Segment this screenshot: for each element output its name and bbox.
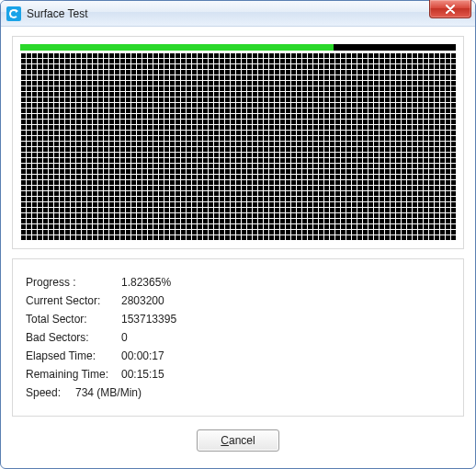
stat-value: 0: [121, 331, 128, 344]
client-area: Progress : 1.82365% Current Sector: 2803…: [1, 27, 475, 463]
stat-speed: Speed: 734 (MB/Min): [26, 386, 450, 399]
stat-total-sector: Total Sector: 153713395: [26, 313, 450, 326]
cancel-rest: ancel: [229, 434, 255, 447]
stat-elapsed-time: Elapsed Time: 00:00:17: [26, 349, 450, 362]
sector-grid: [20, 52, 456, 241]
stat-value: 1.82365%: [121, 276, 171, 289]
stat-value: 00:15:15: [121, 368, 164, 381]
stats-panel: Progress : 1.82365% Current Sector: 2803…: [12, 258, 464, 417]
stat-progress: Progress : 1.82365%: [26, 276, 450, 289]
stat-current-sector: Current Sector: 2803200: [26, 294, 450, 307]
progress-strip-remaining: [334, 44, 456, 51]
stat-label: Speed:: [26, 386, 72, 399]
button-row: Cancel: [12, 429, 464, 452]
sector-map-panel: [12, 36, 464, 249]
stat-label: Total Sector:: [26, 313, 118, 326]
cancel-mnemonic: C: [221, 434, 229, 447]
close-button[interactable]: [429, 0, 471, 18]
progress-strip: [20, 44, 456, 51]
window-title: Surface Test: [27, 7, 87, 20]
progress-strip-done: [20, 44, 334, 51]
stat-value: 734 (MB/Min): [75, 386, 142, 399]
stat-remaining-time: Remaining Time: 00:15:15: [26, 368, 450, 381]
stat-label: Current Sector:: [26, 294, 118, 307]
close-icon: [445, 5, 456, 14]
titlebar: Surface Test: [1, 1, 475, 27]
stat-label: Remaining Time:: [26, 368, 118, 381]
stat-label: Progress :: [26, 276, 118, 289]
surface-test-window: Surface Test Progress : 1.82365% Current…: [0, 0, 476, 469]
stat-bad-sectors: Bad Sectors: 0: [26, 331, 450, 344]
stat-value: 2803200: [121, 294, 164, 307]
cancel-button[interactable]: Cancel: [197, 429, 279, 452]
stat-label: Bad Sectors:: [26, 331, 118, 344]
app-icon: [6, 6, 21, 21]
stat-value: 00:00:17: [121, 349, 164, 362]
stat-value: 153713395: [121, 313, 176, 326]
stat-label: Elapsed Time:: [26, 349, 118, 362]
